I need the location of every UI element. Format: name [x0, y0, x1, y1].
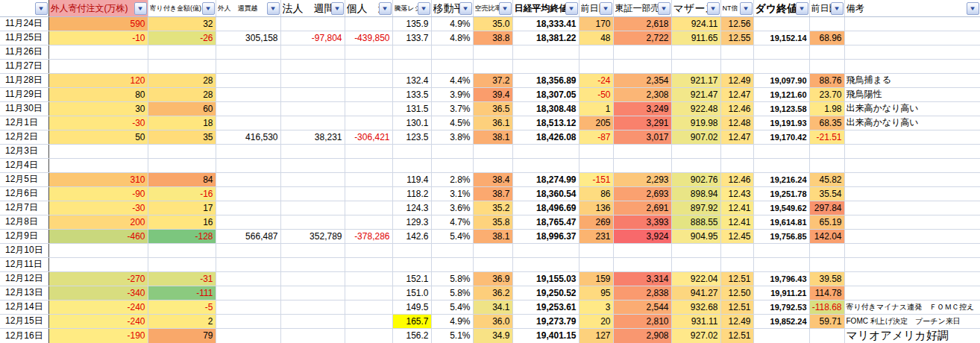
cell-dow_close[interactable]: 19,191.93: [753, 116, 809, 130]
cell-gaijin_order[interactable]: -240: [48, 300, 148, 314]
cell-tosho_value[interactable]: 3,017: [613, 130, 671, 144]
cell-short_ratio[interactable]: 37.2: [473, 73, 512, 87]
filter-button-nt_ratio[interactable]: ▼: [740, 2, 753, 15]
cell-touraku_ratio[interactable]: 156.2: [392, 328, 431, 343]
cell-nt_ratio[interactable]: 12.49: [720, 73, 753, 87]
cell-gaijin_order[interactable]: 50: [48, 130, 148, 144]
cell-dow_close[interactable]: 19,097.90: [753, 73, 809, 87]
cell-moving_avg[interactable]: 4.9%: [431, 314, 473, 328]
cell-nt_ratio[interactable]: 12.51: [720, 300, 753, 314]
cell-moving_avg[interactable]: 4.5%: [431, 116, 473, 130]
cell-nikkei_close[interactable]: 18,333.41: [512, 16, 579, 31]
cell-dow_close[interactable]: [753, 158, 809, 172]
cell-dow_change[interactable]: 45.82: [809, 172, 844, 186]
cell-dow_change[interactable]: [809, 16, 844, 31]
cell-gaijin_week[interactable]: [216, 172, 280, 186]
filter-button-mothers[interactable]: ▼: [707, 2, 720, 15]
cell-kojin_week[interactable]: [345, 243, 392, 257]
cell-nikkei_close[interactable]: 19,401.15: [512, 328, 579, 343]
cell-short_ratio[interactable]: 36.9: [473, 271, 512, 286]
cell-dow_change[interactable]: 142.04: [809, 229, 844, 243]
filter-button-dow_change[interactable]: ▼: [831, 2, 844, 15]
cell-dow_change[interactable]: 65.19: [809, 215, 844, 229]
cell-nikkei_close[interactable]: [512, 144, 579, 158]
cell-moving_avg[interactable]: 4.8%: [431, 31, 473, 45]
cell-mothers[interactable]: 922.48: [671, 101, 720, 116]
cell-nikkei_close[interactable]: 18,356.89: [512, 73, 579, 87]
cell-yoritsuki[interactable]: [148, 257, 216, 271]
cell-dow_change[interactable]: [809, 59, 844, 73]
cell-yoritsuki[interactable]: 28: [148, 73, 216, 87]
cell-touraku_ratio[interactable]: 132.4: [392, 73, 431, 87]
cell-mothers[interactable]: 927.02: [671, 328, 720, 343]
cell-nikkei_change[interactable]: -151: [579, 172, 613, 186]
cell-mothers[interactable]: 922.04: [671, 271, 720, 286]
cell-tosho_value[interactable]: 2,308: [613, 87, 671, 101]
filter-button-nikkei_change[interactable]: ▼: [600, 2, 612, 15]
cell-nt_ratio[interactable]: 12.45: [720, 229, 753, 243]
cell-nikkei_change[interactable]: [579, 45, 613, 59]
cell-nikkei_close[interactable]: 18,308.48: [512, 101, 579, 116]
cell-nt_ratio[interactable]: 12.51: [720, 328, 753, 343]
cell-short_ratio[interactable]: 34.9: [473, 328, 512, 343]
cell-kojin_week[interactable]: [345, 314, 392, 328]
cell-touraku_ratio[interactable]: 142.6: [392, 229, 431, 243]
cell-hojin_week[interactable]: [280, 45, 345, 59]
cell-tosho_value[interactable]: 2,722: [613, 31, 671, 45]
cell-mothers[interactable]: 897.92: [671, 201, 720, 215]
cell-kojin_week[interactable]: [345, 286, 392, 300]
cell-nt_ratio[interactable]: 12.56: [720, 16, 753, 31]
cell-dow_close[interactable]: [753, 243, 809, 257]
cell-moving_avg[interactable]: 3.7%: [431, 101, 473, 116]
cell-hojin_week[interactable]: [280, 144, 345, 158]
cell-yoritsuki[interactable]: 17: [148, 201, 216, 215]
row-date[interactable]: 11月29日: [0, 87, 48, 101]
cell-tosho_value[interactable]: [613, 158, 671, 172]
cell-dow_close[interactable]: 19,792.53: [753, 300, 809, 314]
cell-kojin_week[interactable]: [345, 186, 392, 201]
cell-kojin_week[interactable]: [345, 45, 392, 59]
cell-nikkei_change[interactable]: [579, 158, 613, 172]
cell-moving_avg[interactable]: 4.4%: [431, 73, 473, 87]
cell-remark[interactable]: [844, 243, 980, 257]
column-header-short_ratio[interactable]: 空売比率▼: [473, 0, 512, 16]
row-date[interactable]: 12月14日: [0, 300, 48, 314]
cell-touraku_ratio[interactable]: 123.5: [392, 130, 431, 144]
filter-button-touraku_ratio[interactable]: ▼: [418, 2, 430, 15]
cell-short_ratio[interactable]: [473, 257, 512, 271]
cell-dow_change[interactable]: [809, 257, 844, 271]
cell-moving_avg[interactable]: 3.6%: [431, 201, 473, 215]
cell-remark[interactable]: [844, 158, 980, 172]
cell-nikkei_change[interactable]: 127: [579, 328, 613, 343]
cell-mothers[interactable]: 919.98: [671, 116, 720, 130]
cell-gaijin_week[interactable]: [216, 186, 280, 201]
cell-dow_change[interactable]: 39.58: [809, 271, 844, 286]
cell-kojin_week[interactable]: [345, 271, 392, 286]
cell-gaijin_week[interactable]: [216, 144, 280, 158]
cell-remark[interactable]: [844, 186, 980, 201]
cell-nt_ratio[interactable]: 12.47: [720, 87, 753, 101]
cell-hojin_week[interactable]: [280, 215, 345, 229]
cell-dow_close[interactable]: [753, 16, 809, 31]
filter-button-kojin_week[interactable]: ▼: [379, 2, 392, 15]
cell-dow_close[interactable]: [753, 59, 809, 73]
cell-gaijin_week[interactable]: [216, 59, 280, 73]
column-header-gaijin_order[interactable]: 外人寄付注文(万株)▼: [48, 0, 148, 16]
cell-nt_ratio[interactable]: 12.48: [720, 116, 753, 130]
filter-button-dow_close[interactable]: ▼: [796, 2, 808, 15]
cell-hojin_week[interactable]: [280, 59, 345, 73]
cell-dow_close[interactable]: 19,216.24: [753, 172, 809, 186]
cell-nikkei_close[interactable]: 18,496.69: [512, 201, 579, 215]
column-header-yoritsuki[interactable]: 寄り付き金額(億)▼: [148, 0, 216, 16]
cell-nikkei_close[interactable]: [512, 243, 579, 257]
cell-dow_close[interactable]: [753, 45, 809, 59]
cell-gaijin_order[interactable]: -10: [48, 31, 148, 45]
cell-hojin_week[interactable]: 352,789: [280, 229, 345, 243]
cell-hojin_week[interactable]: 38,231: [280, 130, 345, 144]
cell-dow_close[interactable]: 19,852.24: [753, 314, 809, 328]
cell-nt_ratio[interactable]: 12.49: [720, 314, 753, 328]
cell-remark[interactable]: [844, 130, 980, 144]
cell-kojin_week[interactable]: [345, 116, 392, 130]
cell-moving_avg[interactable]: 5.8%: [431, 271, 473, 286]
cell-touraku_ratio[interactable]: 165.7: [392, 314, 431, 328]
